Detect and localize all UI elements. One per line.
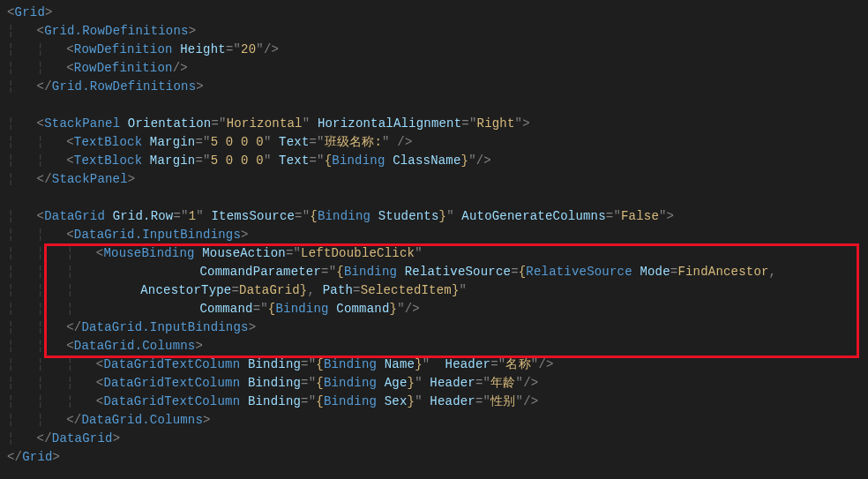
code-token: , xyxy=(769,265,777,279)
code-token: Text xyxy=(279,135,309,149)
code-token: " xyxy=(264,153,279,168)
code-token: Grid.RowDefinitions xyxy=(52,79,196,94)
code-line-8[interactable]: ¦ ¦ <TextBlock Margin="5 0 0 0" Text="班级… xyxy=(7,133,868,152)
code-token: =" xyxy=(490,357,505,371)
code-token xyxy=(120,116,128,131)
code-token: } xyxy=(408,376,415,390)
indent-guide: ¦ ¦ ¦ xyxy=(7,356,96,374)
indent-guide: ¦ xyxy=(7,207,37,226)
code-token: Right xyxy=(477,116,515,131)
indent-guide: ¦ ¦ xyxy=(7,133,66,152)
code-token: > xyxy=(241,228,249,242)
code-token: , xyxy=(307,283,322,297)
code-token: Binding xyxy=(344,265,397,279)
code-token: = xyxy=(511,265,519,279)
indent-guide: ¦ xyxy=(7,430,37,448)
code-token: Margin xyxy=(150,135,196,149)
code-token: Binding xyxy=(275,302,328,316)
code-token: DataGrid.InputBindings xyxy=(74,228,241,242)
code-token: RowDefinition xyxy=(74,61,173,75)
code-token: Grid xyxy=(15,5,45,19)
code-token: { xyxy=(336,265,344,279)
code-token: { xyxy=(310,209,318,223)
code-token: =" xyxy=(195,135,210,149)
code-token xyxy=(397,265,405,279)
code-editor[interactable]: <Grid>¦ <Grid.RowDefinitions>¦ ¦ <RowDef… xyxy=(0,0,868,467)
code-token: Binding xyxy=(248,376,301,390)
indent-guide: ¦ ¦ ¦ xyxy=(7,263,199,281)
code-token: Text xyxy=(279,153,309,168)
code-line-18[interactable]: ¦ ¦ </DataGrid.InputBindings> xyxy=(7,318,868,337)
code-line-17[interactable]: ¦ ¦ ¦ Command="{Binding Command}"/> xyxy=(7,300,868,318)
code-line-24[interactable]: ¦ </DataGrid> xyxy=(7,430,868,448)
code-line-9[interactable]: ¦ ¦ <TextBlock Margin="5 0 0 0" Text="{B… xyxy=(7,152,868,170)
code-line-11[interactable] xyxy=(7,189,868,207)
code-token: > xyxy=(128,172,136,186)
code-token: DataGrid.InputBindings xyxy=(81,320,248,334)
code-token: } xyxy=(408,394,415,408)
code-line-25[interactable]: </Grid> xyxy=(7,448,868,467)
code-token: Binding xyxy=(324,376,377,390)
code-token xyxy=(377,357,385,371)
code-line-2[interactable]: ¦ <Grid.RowDefinitions> xyxy=(7,22,868,41)
code-token: Binding xyxy=(318,209,370,223)
code-token: = xyxy=(231,283,239,297)
code-token: " xyxy=(415,246,423,260)
code-line-23[interactable]: ¦ ¦ </DataGrid.Columns> xyxy=(7,411,868,430)
code-line-5[interactable]: ¦ </Grid.RowDefinitions> xyxy=(7,78,868,96)
code-token xyxy=(385,153,393,168)
code-token: " xyxy=(264,135,279,149)
indent-guide: ¦ ¦ ¦ xyxy=(7,244,96,263)
code-line-20[interactable]: ¦ ¦ ¦ <DataGridTextColumn Binding="{Bind… xyxy=(7,356,868,374)
code-token xyxy=(142,135,150,149)
code-token: /> xyxy=(173,61,188,75)
code-token: </ xyxy=(37,79,52,94)
code-token: > xyxy=(195,339,203,353)
code-token: DataGridTextColumn xyxy=(103,376,240,390)
code-token: StackPanel xyxy=(52,172,128,186)
code-token xyxy=(377,394,385,408)
code-line-10[interactable]: ¦ </StackPanel> xyxy=(7,170,868,189)
code-token: =" xyxy=(211,116,226,131)
code-line-19[interactable]: ¦ ¦ <DataGrid.Columns> xyxy=(7,337,868,356)
code-token: " xyxy=(303,116,318,131)
code-token: Grid.RowDefinitions xyxy=(44,24,188,38)
code-token: DataGridTextColumn xyxy=(103,357,240,371)
code-token: =" xyxy=(461,116,476,131)
code-token: "/> xyxy=(468,153,491,168)
code-token: = xyxy=(353,283,361,297)
code-token: "> xyxy=(659,209,674,223)
code-token: 20 xyxy=(241,42,256,56)
code-token: =" xyxy=(286,246,301,260)
code-token: < xyxy=(66,339,74,353)
code-token: "/> xyxy=(516,376,539,390)
code-line-6[interactable] xyxy=(7,96,868,115)
code-token: Binding xyxy=(324,357,377,371)
code-line-12[interactable]: ¦ <DataGrid Grid.Row="1" ItemsSource="{B… xyxy=(7,207,868,226)
code-line-21[interactable]: ¦ ¦ ¦ <DataGridTextColumn Binding="{Bind… xyxy=(7,374,868,393)
code-token: Height xyxy=(180,42,226,56)
code-token: < xyxy=(66,153,74,168)
code-line-22[interactable]: ¦ ¦ ¦ <DataGridTextColumn Binding="{Bind… xyxy=(7,393,868,411)
code-token: DataGrid xyxy=(52,431,113,445)
code-token: Command xyxy=(199,302,252,316)
code-line-16[interactable]: ¦ ¦ ¦ AncestorType=DataGrid}, Path=Selec… xyxy=(7,281,868,300)
code-token: > xyxy=(189,24,197,38)
indent-guide: ¦ ¦ xyxy=(7,59,66,78)
code-token: < xyxy=(66,61,74,75)
code-token: =" xyxy=(301,376,316,390)
code-line-7[interactable]: ¦ <StackPanel Orientation="Horizontal" H… xyxy=(7,115,868,133)
code-token: Horizontal xyxy=(227,116,303,131)
code-token: TextBlock xyxy=(74,135,142,149)
code-line-13[interactable]: ¦ ¦ <DataGrid.InputBindings> xyxy=(7,226,868,244)
code-token: </ xyxy=(66,320,81,334)
indent-guide: ¦ xyxy=(7,78,37,96)
code-line-15[interactable]: ¦ ¦ ¦ CommandParameter="{Binding Relativ… xyxy=(7,263,868,281)
code-line-3[interactable]: ¦ ¦ <RowDefinition Height="20"/> xyxy=(7,41,868,59)
code-token: < xyxy=(37,24,45,38)
code-line-1[interactable]: <Grid> xyxy=(7,4,868,22)
code-line-14[interactable]: ¦ ¦ ¦ <MouseBinding MouseAction="LeftDou… xyxy=(7,244,868,263)
indent-guide: ¦ ¦ xyxy=(7,318,66,337)
code-token: </ xyxy=(66,413,81,427)
code-line-4[interactable]: ¦ ¦ <RowDefinition/> xyxy=(7,59,868,78)
